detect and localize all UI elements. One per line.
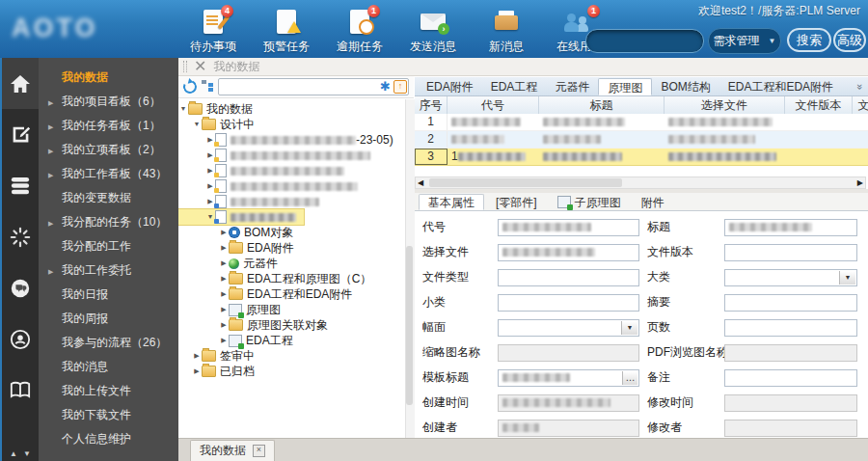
- col-title[interactable]: 标题: [539, 96, 665, 114]
- tree-node-root[interactable]: ▼我的数据: [178, 101, 405, 117]
- tree-node-schematic[interactable]: ▶原理图: [178, 302, 405, 317]
- col-code[interactable]: 代号: [448, 96, 539, 114]
- sidebar-item-work-delegation[interactable]: ▶我的工作委托: [39, 258, 178, 283]
- sidebar-item-my-processes[interactable]: 我参与的流程（26）: [39, 331, 178, 355]
- sidebar-item-my-data[interactable]: 我的数据: [39, 66, 178, 90]
- search-category-dropdown[interactable]: 需求管理 ▼: [708, 28, 781, 54]
- bottom-tab-my-data[interactable]: 我的数据 ×: [190, 440, 275, 461]
- expand-arrow-icon[interactable]: ▶: [192, 364, 202, 379]
- tree-node[interactable]: ▶: [178, 178, 405, 194]
- tree-node-eda-project[interactable]: ▶EDA工程: [178, 333, 405, 348]
- refresh-icon[interactable]: [181, 78, 199, 95]
- tab-parts[interactable]: [零部件]: [487, 194, 546, 210]
- tree-node-components[interactable]: ▶元器件: [178, 256, 405, 271]
- close-panel-icon[interactable]: ✕: [194, 60, 206, 73]
- col-seq[interactable]: 序号: [415, 96, 448, 114]
- tab-components[interactable]: 元器件: [546, 78, 598, 95]
- sidebar-item-my-messages[interactable]: 我的消息: [39, 355, 178, 379]
- col-version[interactable]: 文件版本: [785, 96, 853, 114]
- expand-arrow-icon[interactable]: ▶: [219, 271, 229, 286]
- scroll-down-icon[interactable]: ▼: [23, 449, 31, 458]
- expand-arrow-icon[interactable]: ▶: [219, 317, 229, 333]
- locate-up-icon[interactable]: ↑: [393, 80, 407, 94]
- chevron-down-icon[interactable]: ▼: [621, 321, 637, 335]
- tab-schematic[interactable]: 原理图: [598, 78, 652, 95]
- tree-node-design[interactable]: ▼设计中: [178, 117, 405, 132]
- expand-arrow-icon[interactable]: ▶: [192, 348, 202, 364]
- sidebar-item-uploaded-files[interactable]: 我的上传文件: [39, 379, 178, 403]
- advanced-search-button[interactable]: 高级: [833, 28, 866, 52]
- scroll-up-icon[interactable]: ▲: [10, 449, 17, 458]
- template-title-input[interactable]: …: [498, 369, 639, 387]
- tab-sub-schematic[interactable]: 子原理图: [549, 194, 630, 210]
- drag-grip[interactable]: [183, 61, 187, 72]
- tree-node-selected[interactable]: ▼: [178, 209, 304, 225]
- tab-attachments[interactable]: 附件: [633, 194, 673, 210]
- sidebar-item-approval-board[interactable]: ▶我的立项看板（2）: [39, 138, 178, 162]
- tree-node[interactable]: ▶: [178, 148, 405, 163]
- sidebar-item-downloaded-files[interactable]: 我的下载文件: [39, 403, 178, 427]
- tree-node-eda-eda-attach[interactable]: ▶EDA工程和EDA附件: [178, 286, 405, 302]
- chevron-down-icon[interactable]: ▼: [839, 271, 855, 285]
- sidebar-item-weekly-report[interactable]: 我的周报: [39, 307, 178, 331]
- expand-arrow-icon[interactable]: ▶: [219, 302, 229, 317]
- sidebar-item-project-board[interactable]: ▶我的项目看板（6）: [39, 90, 178, 114]
- tree-node[interactable]: ▶: [178, 163, 405, 178]
- send-message-button[interactable]: › 发送消息: [403, 8, 463, 55]
- collapse-arrow-icon[interactable]: ▼: [178, 101, 188, 117]
- table-row[interactable]: 1: [415, 114, 868, 131]
- tree-node-in-review[interactable]: ▶签审中: [178, 348, 405, 364]
- database-icon[interactable]: [2, 160, 39, 211]
- sidebar-item-personal-info[interactable]: 个人信息维护: [39, 427, 178, 451]
- tab-bom-structure[interactable]: BOM结构: [652, 78, 719, 95]
- tab-basic-properties[interactable]: 基本属性: [419, 194, 484, 210]
- strip-scroll-arrows[interactable]: ▲▼: [2, 449, 39, 458]
- summary-input[interactable]: [724, 294, 857, 312]
- filter-star-icon[interactable]: ✱: [380, 81, 391, 93]
- tab-eda-and-attach[interactable]: EDA工程和EDA附件: [719, 78, 842, 95]
- tree-node-archived[interactable]: ▶已归档: [178, 364, 405, 379]
- ellipsis-button[interactable]: …: [622, 371, 637, 385]
- home-icon[interactable]: [2, 58, 39, 109]
- table-horizontal-scrollbar[interactable]: ◀ ▶: [415, 176, 866, 189]
- remark-input[interactable]: [724, 369, 857, 387]
- col-file[interactable]: 选择文件: [665, 96, 785, 114]
- scroll-right-icon[interactable]: ▶: [857, 178, 863, 187]
- search-button[interactable]: 搜索: [787, 28, 831, 52]
- expand-arrow-icon[interactable]: ▶: [219, 286, 229, 302]
- pages-input[interactable]: [724, 319, 857, 337]
- overdue-tasks-button[interactable]: 1 逾期任务: [330, 8, 390, 55]
- expand-arrow-icon[interactable]: ▶: [219, 256, 229, 271]
- todo-items-button[interactable]: 4 待办事项: [183, 8, 243, 55]
- warning-tasks-button[interactable]: 预警任务: [257, 8, 316, 55]
- expand-arrow-icon[interactable]: ▶: [219, 240, 229, 256]
- book-icon[interactable]: [2, 365, 39, 416]
- edit-icon[interactable]: [2, 109, 39, 160]
- select-file-input[interactable]: [498, 244, 639, 261]
- tree-view-icon[interactable]: [202, 80, 213, 95]
- sidebar-item-daily-report[interactable]: 我的日报: [39, 283, 178, 307]
- tree-node-eda-attachment[interactable]: ▶EDA附件: [178, 240, 405, 256]
- tree-scrollbar-thumb[interactable]: [406, 246, 413, 405]
- tree-search-input[interactable]: [219, 81, 380, 93]
- close-tab-icon[interactable]: ×: [253, 445, 265, 457]
- global-search-input[interactable]: [586, 35, 703, 48]
- sidebar-item-assigned-work[interactable]: 我分配的工作: [39, 234, 178, 258]
- subcategory-input[interactable]: [498, 294, 639, 312]
- title-input[interactable]: [724, 219, 857, 236]
- sidebar-item-change-data[interactable]: 我的变更数据: [39, 186, 178, 210]
- tree-node-schematic-links[interactable]: ▶原理图关联对象: [178, 317, 405, 333]
- scroll-left-icon[interactable]: ◀: [418, 178, 423, 187]
- collapse-arrow-icon[interactable]: ▼: [192, 117, 202, 132]
- col-filetype[interactable]: 文件类型: [853, 96, 868, 114]
- table-row[interactable]: 2: [415, 131, 868, 149]
- tab-eda-attachment[interactable]: EDA附件: [418, 78, 482, 95]
- tab-overflow-icon[interactable]: »: [854, 84, 866, 90]
- sidebar-item-task-board[interactable]: ▶我的任务看板（1）: [39, 114, 178, 138]
- file-version-input[interactable]: [724, 244, 857, 261]
- sidebar-item-assigned-tasks[interactable]: ▶我分配的任务（10）: [39, 210, 178, 234]
- sheet-size-select[interactable]: ▼: [498, 319, 639, 337]
- expand-arrow-icon[interactable]: ▶: [219, 333, 229, 348]
- tree-node-bom[interactable]: ▶BOM对象: [178, 225, 405, 240]
- tree-node[interactable]: ▶-23-05): [178, 132, 405, 148]
